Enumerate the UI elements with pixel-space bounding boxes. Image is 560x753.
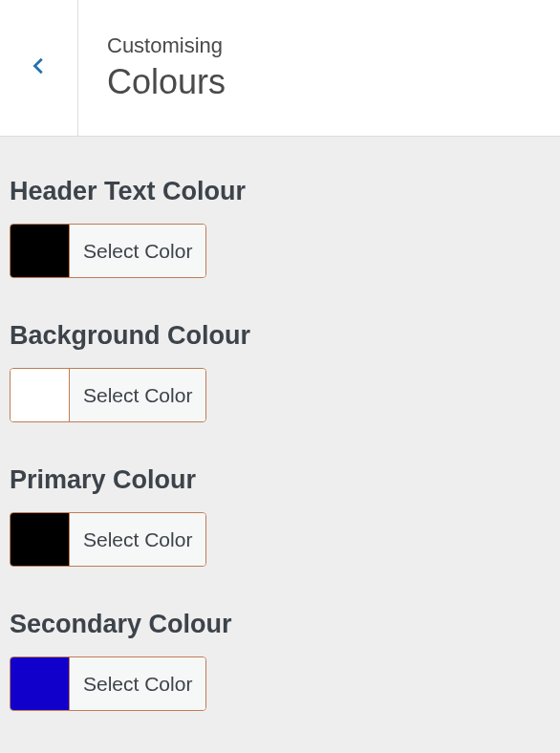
color-picker[interactable]: Select Color: [10, 224, 206, 278]
back-button[interactable]: [0, 0, 78, 136]
breadcrumb: Customising: [107, 33, 226, 58]
customizer-header: Customising Colours: [0, 0, 560, 137]
control-primary-colour: Primary Colour Select Color: [10, 465, 550, 570]
control-label: Header Text Colour: [10, 177, 550, 206]
select-color-button[interactable]: Select Color: [70, 657, 205, 710]
page-title: Colours: [107, 62, 226, 102]
control-header-text-colour: Header Text Colour Select Color: [10, 177, 550, 281]
control-background-colour: Background Colour Select Color: [10, 321, 550, 425]
controls-panel: Header Text Colour Select Color Backgrou…: [0, 177, 560, 714]
select-color-button[interactable]: Select Color: [70, 225, 205, 277]
color-swatch[interactable]: [11, 657, 70, 710]
color-picker[interactable]: Select Color: [10, 656, 206, 711]
color-swatch[interactable]: [11, 225, 70, 277]
control-label: Secondary Colour: [10, 610, 550, 639]
color-picker[interactable]: Select Color: [10, 368, 206, 422]
control-label: Primary Colour: [10, 465, 550, 495]
color-picker[interactable]: Select Color: [10, 512, 206, 567]
control-secondary-colour: Secondary Colour Select Color: [10, 610, 550, 714]
control-label: Background Colour: [10, 321, 550, 351]
select-color-button[interactable]: Select Color: [70, 369, 205, 421]
color-swatch[interactable]: [11, 513, 70, 566]
select-color-button[interactable]: Select Color: [70, 513, 205, 566]
color-swatch[interactable]: [11, 369, 70, 421]
chevron-left-icon: [29, 55, 50, 80]
header-titles: Customising Colours: [78, 0, 226, 136]
